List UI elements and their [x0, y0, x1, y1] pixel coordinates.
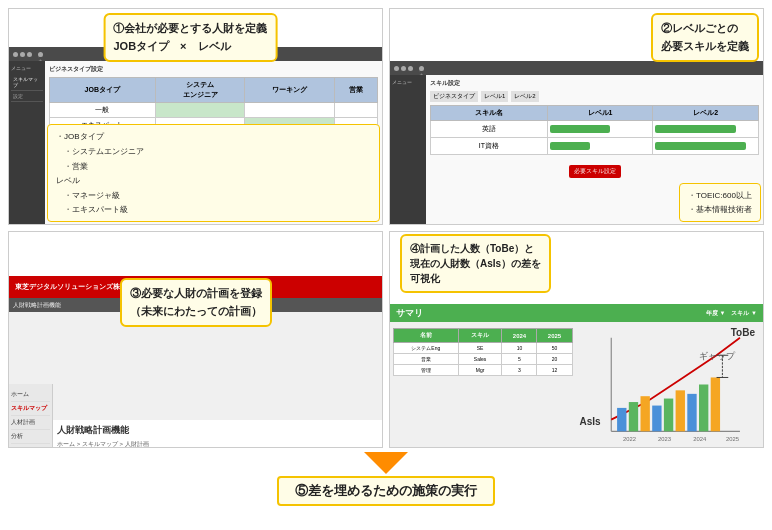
q4-header: サマリ 年度 ▼ スキル ▼: [390, 304, 763, 322]
q4-r1-2024: 10: [502, 343, 537, 354]
svg-text:2023: 2023: [658, 436, 671, 442]
q4-th-2025: 2025: [537, 329, 572, 343]
svg-text:2025: 2025: [725, 436, 738, 442]
q3-main: 人財戦略計画機能 ホーム > スキルマップ > 人財計画 2024年度：10名 …: [53, 420, 382, 448]
q4-r3-skill: Mgr: [458, 365, 502, 376]
q4-callout: ④計画した人数（ToBe）と現在の人財数（AsIs）の差を可視化: [400, 234, 551, 293]
q1-bubble-text: ・JOBタイプ ・システムエンジニア ・営業 レベル ・マネージャ級 ・エキスパ…: [56, 132, 144, 214]
q4-row-3: 管理 Mgr 3 12: [394, 365, 573, 376]
q3-callout-text: ③必要な人財の計画を登録（未来にわたっての計画）: [130, 287, 262, 317]
q4-row-2: 営業 Sales 5 20: [394, 354, 573, 365]
quadrant-3: ③必要な人財の計画を登録（未来にわたっての計画） 東芝デジタルソリューションズ株…: [8, 231, 383, 448]
q4-r2-name: 営業: [394, 354, 459, 365]
q2-info-bubble: ・TOEIC:600以上 ・基本情報技術者: [679, 183, 761, 222]
q4-r3-2024: 3: [502, 365, 537, 376]
svg-rect-2: [617, 408, 626, 431]
svg-text:2022: 2022: [622, 436, 635, 442]
q1-callout-text: ①会社が必要とする人財を定義JOBタイプ × レベル: [113, 22, 267, 52]
svg-rect-6: [663, 399, 672, 432]
q1-sidebar: メニュー スキルマップ 設定: [9, 61, 45, 224]
gap-label: ギャップ: [699, 350, 735, 363]
q4-screen: サマリ 年度 ▼ スキル ▼ 名前 スキル 2024 2025: [390, 304, 763, 447]
q4-r3-name: 管理: [394, 365, 459, 376]
q4-r2-2025: 20: [537, 354, 572, 365]
quadrant-4: ④計画した人数（ToBe）と現在の人財数（AsIs）の差を可視化 サマリ 年度 …: [389, 231, 764, 448]
q4-body: 名前 スキル 2024 2025 システムEng SE 10 50: [390, 322, 763, 447]
q3-body: ホーム スキルマップ 人材計画 分析 人財戦略計画機能 ホーム > スキルマップ…: [9, 384, 382, 448]
q3-sidebar-home[interactable]: ホーム: [11, 388, 50, 402]
svg-text:2024: 2024: [693, 436, 707, 442]
q4-chart-svg: 2022 2023 2024 2025: [580, 326, 760, 443]
q2-sidebar: メニュー: [390, 75, 426, 224]
asis-label: AsIs: [580, 416, 601, 427]
q4-summary-table: 名前 スキル 2024 2025 システムEng SE 10 50: [393, 328, 573, 376]
q1-callout: ①会社が必要とする人財を定義JOBタイプ × レベル: [103, 13, 277, 62]
q1-screen: スキルマップ設定 メニュー スキルマップ 設定 ビジネスタイプ設定 JOBタイプ…: [9, 47, 382, 224]
svg-rect-10: [710, 377, 719, 431]
svg-rect-3: [628, 402, 637, 431]
bottom-section: ⑤差を埋めるための施策の実行: [8, 452, 764, 506]
q4-chart-area: ToBe AsIs ギャップ: [576, 322, 764, 447]
q4-r1-2025: 50: [537, 343, 572, 354]
q2-bubble-text: ・TOEIC:600以上 ・基本情報技術者: [688, 191, 752, 215]
q4-callout-text: ④計画した人数（ToBe）と現在の人財数（AsIs）の差を可視化: [410, 243, 541, 284]
q2-screen: スキルマップ設定 メニュー スキル設定 ビジネスタイプ レベル1 レベル2: [390, 61, 763, 224]
q4-r3-2025: 12: [537, 365, 572, 376]
svg-rect-5: [652, 406, 661, 432]
required-btn[interactable]: 必要スキル設定: [569, 165, 621, 178]
main-container: ①会社が必要とする人財を定義JOBタイプ × レベル スキルマップ設定 メニュー…: [0, 0, 772, 530]
q2-topbar: スキルマップ設定: [390, 61, 763, 75]
q3-sidebar: ホーム スキルマップ 人材計画 分析: [9, 384, 53, 448]
q4-r1-skill: SE: [458, 343, 502, 354]
svg-rect-7: [675, 390, 684, 431]
q3-sub-items: ホーム > スキルマップ > 人財計画: [57, 440, 378, 448]
quadrant-1: ①会社が必要とする人財を定義JOBタイプ × レベル スキルマップ設定 メニュー…: [8, 8, 383, 225]
q4-th-name: 名前: [394, 329, 459, 343]
q4-row-1: システムEng SE 10 50: [394, 343, 573, 354]
down-arrow-icon: [364, 452, 408, 474]
svg-rect-4: [640, 396, 649, 431]
q2-table: スキル名 レベル1 レベル2 英語 IT資格: [430, 105, 759, 155]
tobe-label: ToBe: [731, 327, 755, 338]
q4-table-area: 名前 スキル 2024 2025 システムEng SE 10 50: [390, 322, 576, 447]
q4-r2-2024: 5: [502, 354, 537, 365]
q4-r1-name: システムEng: [394, 343, 459, 354]
bottom-label: ⑤差を埋めるための施策の実行: [277, 476, 495, 506]
q4-title: サマリ: [396, 307, 423, 320]
quadrant-grid: ①会社が必要とする人財を定義JOBタイプ × レベル スキルマップ設定 メニュー…: [8, 8, 764, 448]
q3-sidebar-plan[interactable]: 人材計画: [11, 416, 50, 430]
q2-callout-text: ②レベルごとの必要スキルを定義: [661, 22, 749, 52]
quadrant-2: ②レベルごとの必要スキルを定義 スキルマップ設定 メニュー スキル設定 ビジネス…: [389, 8, 764, 225]
svg-rect-8: [687, 394, 696, 431]
q3-nav-item-1[interactable]: 人財戦略計画機能: [13, 301, 61, 310]
q4-filter: 年度 ▼ スキル ▼: [706, 309, 757, 318]
q4-th-skill: スキル: [458, 329, 502, 343]
q1-content: ビジネスタイプ設定 JOBタイプ システムエンジニア ワーキング 営業 一般: [45, 61, 382, 224]
q4-r2-skill: Sales: [458, 354, 502, 365]
q3-callout: ③必要な人財の計画を登録（未来にわたっての計画）: [120, 278, 272, 327]
q3-sidebar-analysis[interactable]: 分析: [11, 430, 50, 444]
q2-content: スキル設定 ビジネスタイプ レベル1 レベル2 スキル名 レベル1 レベル2: [426, 75, 763, 224]
svg-rect-9: [699, 385, 708, 432]
q1-info-bubble: ・JOBタイプ ・システムエンジニア ・営業 レベル ・マネージャ級 ・エキスパ…: [47, 124, 380, 222]
q2-callout: ②レベルごとの必要スキルを定義: [651, 13, 759, 62]
q3-sidebar-skillmap[interactable]: スキルマップ: [11, 402, 50, 416]
q4-th-2024: 2024: [502, 329, 537, 343]
q3-screen: ③必要な人財の計画を登録（未来にわたっての計画） 東芝デジタルソリューションズ株…: [9, 276, 382, 448]
q3-page-title: 人財戦略計画機能: [57, 424, 378, 437]
